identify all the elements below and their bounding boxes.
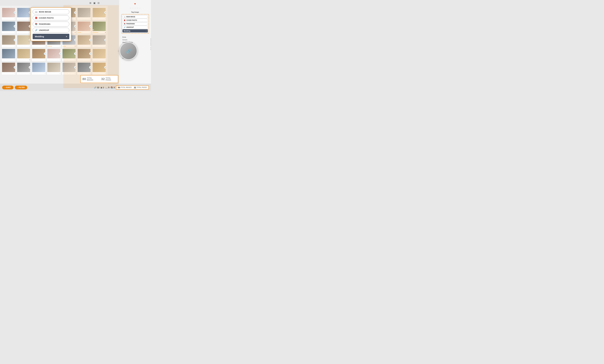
star-5[interactable]: ☆	[52, 73, 53, 74]
star-4[interactable]: ☆	[36, 59, 37, 61]
star-4[interactable]: ☆	[96, 73, 97, 74]
star-1[interactable]: ☆	[2, 18, 3, 20]
main-image-button[interactable]: 📖 MAIN IMAGE	[33, 9, 69, 14]
star-4[interactable]: ☆	[6, 18, 7, 20]
sidebar-star-2[interactable]: ☆	[132, 7, 134, 10]
sidebar-ungroup-button[interactable]: 🔗 UNGROUP	[123, 26, 148, 29]
star-4[interactable]: ☆	[51, 59, 52, 61]
star-2[interactable]: ☆	[33, 46, 34, 47]
photo-heart[interactable]: ♥	[29, 45, 30, 47]
star-4[interactable]: ☆	[81, 73, 82, 74]
photo-heart[interactable]: ♥	[14, 73, 15, 74]
photo-heart[interactable]: ♥	[29, 73, 30, 74]
photo-heart[interactable]: ♥	[14, 18, 15, 20]
sidebar-main-image-button[interactable]: 📖 MAIN IMAGE	[123, 15, 148, 18]
star-3[interactable]: ☆	[80, 59, 81, 61]
star-1[interactable]: ☆	[32, 46, 33, 47]
star-5[interactable]: ☆	[67, 73, 68, 74]
photo-cell-31[interactable]: ☆☆☆☆☆ ♥	[32, 62, 46, 75]
star-1[interactable]: ☆	[2, 32, 3, 33]
star-2[interactable]: ☆	[18, 46, 19, 47]
single-view-icon[interactable]: ▣	[93, 1, 96, 4]
photo-cell-8[interactable]: 🔗 ☆☆☆☆☆ ♥	[1, 21, 16, 34]
star-1[interactable]: ☆	[93, 73, 94, 74]
star-5[interactable]: ☆	[67, 46, 68, 47]
star-1[interactable]: ☆	[32, 59, 33, 61]
star-5[interactable]: ☆	[37, 73, 38, 74]
photo-heart[interactable]: ♥	[75, 59, 76, 61]
star-4[interactable]: ☆	[6, 46, 7, 47]
star-2[interactable]: ☆	[3, 73, 4, 74]
star-5[interactable]: ☆	[97, 73, 98, 74]
photo-heart[interactable]: ♥	[105, 59, 106, 61]
sidebar-star-4[interactable]: ☆	[137, 7, 138, 10]
sidebar-panorama-button[interactable]: 📚 PANORAMA	[123, 22, 148, 25]
sidebar-heart-icon[interactable]: ♥	[134, 2, 136, 6]
star-3[interactable]: ☆	[4, 18, 5, 20]
photo-cell-28[interactable]: ☆☆☆☆☆ ♥	[92, 48, 106, 61]
star-5[interactable]: ☆	[22, 46, 23, 47]
photo-cell-1[interactable]: 🔗 ☆☆☆☆☆ ♥	[1, 7, 16, 20]
photo-cell-6[interactable]: ☆☆☆☆☆ ♥	[77, 7, 91, 20]
photo-cell-13[interactable]: 🔗 ★★★☆☆ ♥	[77, 21, 91, 34]
star-1[interactable]: ☆	[32, 73, 33, 74]
star-3[interactable]: ☆	[80, 18, 81, 20]
star-5[interactable]: ☆	[97, 18, 98, 20]
star-5[interactable]: ☆	[67, 59, 68, 61]
photo-cell-15[interactable]: 🔗 ☆☆☆☆☆ ♥	[1, 35, 16, 48]
photo-heart[interactable]: ♥	[14, 59, 15, 61]
star-5[interactable]: ☆	[82, 59, 83, 61]
star-3[interactable]: ☆	[35, 46, 36, 47]
photo-cell-16[interactable]: 🔗 ☆☆☆☆☆ ♥	[17, 35, 31, 48]
photo-heart[interactable]: ♥	[105, 32, 106, 33]
star-2[interactable]: ☆	[64, 59, 65, 61]
star-3[interactable]: ☆	[20, 73, 21, 74]
star-4[interactable]: ☆	[36, 46, 37, 47]
star-3[interactable]: ☆	[20, 18, 21, 20]
star-3[interactable]: ☆	[4, 73, 5, 74]
star-3[interactable]: ☆	[20, 46, 21, 47]
star-5[interactable]: ☆	[22, 59, 23, 61]
wedding-category-button[interactable]: Wedding >	[33, 34, 69, 39]
photo-heart[interactable]: ♥	[75, 73, 76, 74]
star-3[interactable]: ☆	[80, 46, 81, 47]
star-1[interactable]: ★	[47, 46, 48, 47]
star-2[interactable]: ★	[64, 46, 65, 47]
photo-cell-23[interactable]: ☆☆☆☆☆ ♥	[17, 48, 31, 61]
sidebar-cover-photo-button[interactable]: 📕 COVER PHOTO	[123, 19, 148, 22]
photo-heart[interactable]: ♥	[90, 18, 90, 20]
star-5[interactable]: ☆	[22, 18, 23, 20]
photo-heart[interactable]: ♥	[75, 45, 76, 47]
star-2[interactable]: ☆	[79, 46, 80, 47]
photo-cell-7[interactable]: 🔗 ☆☆☆☆☆ ♥	[92, 7, 106, 20]
star-1[interactable]: ☆	[93, 46, 94, 47]
photo-cell-21[interactable]: 🔗 ☆☆☆☆☆ ♥	[92, 35, 106, 48]
star-1[interactable]: ☆	[17, 18, 18, 20]
star-3[interactable]: ☆	[35, 73, 36, 74]
star-2[interactable]: ☆	[79, 73, 80, 74]
star-5[interactable]: ★	[97, 32, 98, 33]
star-4[interactable]: ☆	[96, 18, 97, 20]
star-2[interactable]: ☆	[64, 73, 65, 74]
star-1[interactable]: ☆	[78, 46, 79, 47]
photo-cell-9[interactable]: 🔗 ☆☆☆☆☆ ♥	[17, 21, 31, 34]
star-5[interactable]: ☆	[7, 18, 8, 20]
star-5[interactable]: ☆	[82, 46, 83, 47]
star-1[interactable]: ☆	[17, 73, 18, 74]
star-4[interactable]: ★	[96, 32, 97, 33]
star-4[interactable]: ☆	[96, 46, 97, 47]
star-3[interactable]: ★	[80, 32, 81, 33]
star-3[interactable]: ☆	[95, 18, 96, 20]
star-5[interactable]: ☆	[37, 46, 38, 47]
sidebar-star-5[interactable]: ☆	[139, 7, 141, 10]
filter-button[interactable]: ‹ FILTER	[15, 86, 27, 89]
star-2[interactable]: ☆	[94, 59, 95, 61]
star-5[interactable]: ☆	[7, 32, 8, 33]
photo-heart[interactable]: ♥	[105, 18, 106, 20]
split-view-icon[interactable]: ⊟	[97, 1, 100, 4]
photo-heart[interactable]: ♥	[14, 45, 15, 47]
star-5[interactable]: ☆	[7, 73, 8, 74]
star-2[interactable]: ☆	[3, 46, 4, 47]
photo-heart[interactable]: ♥	[90, 73, 90, 74]
photo-heart[interactable]: ♥	[90, 59, 90, 61]
